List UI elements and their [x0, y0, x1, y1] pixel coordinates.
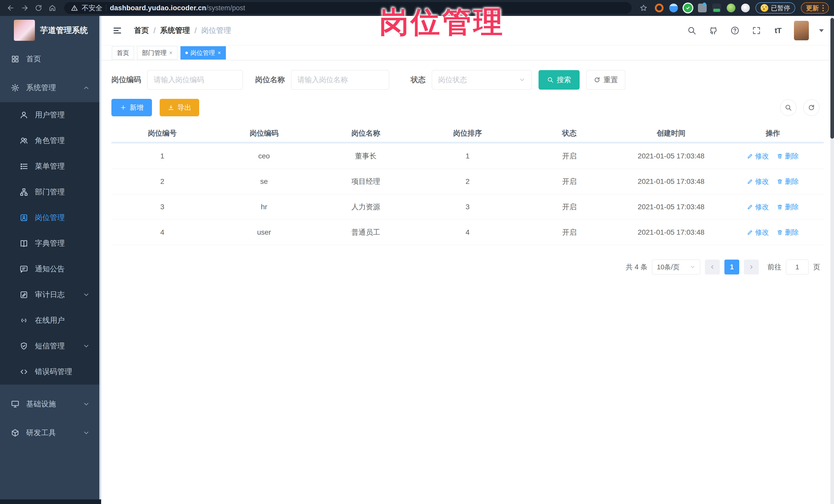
- github-link[interactable]: [708, 25, 719, 36]
- browser-home-button[interactable]: [47, 2, 58, 14]
- delete-link[interactable]: 删除: [777, 152, 799, 161]
- delete-link[interactable]: 删除: [777, 177, 799, 186]
- search-icon: [547, 76, 554, 83]
- breadcrumb-system[interactable]: 系统管理: [160, 25, 190, 36]
- sidebar-item-home[interactable]: 首页: [0, 45, 101, 73]
- sidebar-item-notices[interactable]: 通知公告: [0, 256, 101, 282]
- tab-close-icon[interactable]: ×: [218, 50, 221, 56]
- sidebar-item-audit-logs[interactable]: 审计日志: [0, 282, 101, 308]
- address-bar[interactable]: 不安全 dashboard.yudao.iocoder.cn/system/po…: [64, 2, 632, 14]
- cell-post-name: 普通员工: [315, 227, 417, 237]
- posts-table: 岗位编号 岗位编码 岗位名称 岗位排序 状态 创建时间 操作 1 ceo 董事长…: [111, 125, 824, 245]
- scrollbar-thumb[interactable]: [830, 18, 834, 139]
- sidebar-item-roles[interactable]: 角色管理: [0, 128, 101, 154]
- fullscreen-button[interactable]: [751, 25, 762, 36]
- sidebar-item-departments[interactable]: 部门管理: [0, 179, 101, 205]
- cell-post-name: 董事长: [315, 151, 417, 161]
- github-icon: [709, 26, 718, 35]
- next-page-button[interactable]: [744, 260, 759, 275]
- post-name-input[interactable]: [291, 70, 389, 90]
- edit-link-label: 修改: [755, 228, 769, 237]
- browser-scrollbar[interactable]: [830, 16, 834, 504]
- sidebar-item-infrastructure[interactable]: 基础设施: [0, 390, 101, 418]
- chevron-down-icon: [690, 264, 695, 270]
- font-size-button[interactable]: tT: [772, 25, 784, 36]
- delete-link[interactable]: 删除: [777, 202, 799, 212]
- status-select[interactable]: 岗位状态: [432, 70, 532, 90]
- add-button[interactable]: 新增: [111, 99, 152, 116]
- browser-update-button[interactable]: 更新: [801, 2, 829, 14]
- extension-icon-blue-pin[interactable]: [669, 4, 678, 12]
- app-logo-row[interactable]: 芋道管理系统: [0, 16, 101, 45]
- cell-created-time: 2021-01-05 17:03:48: [620, 152, 722, 160]
- sidebar-item-dictionary[interactable]: 字典管理: [0, 231, 101, 256]
- monitor-icon: [11, 400, 20, 409]
- user-menu-caret-icon[interactable]: [819, 29, 824, 32]
- forward-arrow-icon: [21, 4, 28, 12]
- sidebar-item-sms[interactable]: 短信管理: [0, 333, 101, 359]
- help-button[interactable]: [729, 25, 741, 36]
- trash-icon: [777, 178, 783, 184]
- extension-icon-tag-manager[interactable]: [712, 4, 721, 12]
- add-button-label: 新增: [130, 103, 144, 112]
- sidebar-item-online-users[interactable]: 在线用户: [0, 308, 101, 333]
- browser-back-button[interactable]: [5, 2, 17, 14]
- user-avatar[interactable]: [794, 21, 809, 40]
- sidebar-item-posts[interactable]: 岗位管理: [0, 205, 101, 231]
- post-code-input[interactable]: [147, 70, 243, 90]
- breadcrumb-current: 岗位管理: [201, 25, 231, 36]
- edit-link[interactable]: 修改: [747, 152, 769, 161]
- browser-reload-button[interactable]: [33, 2, 44, 14]
- sidebar-item-label: 系统管理: [26, 83, 56, 93]
- bookmark-star-button[interactable]: [638, 2, 649, 14]
- extension-icon-gray-blue[interactable]: [698, 4, 707, 12]
- edit-link[interactable]: 修改: [747, 228, 769, 237]
- sidebar-item-users[interactable]: 用户管理: [0, 102, 101, 128]
- post-name-label: 岗位名称: [255, 75, 285, 85]
- tab-close-icon[interactable]: ×: [169, 50, 173, 56]
- edit-link[interactable]: 修改: [747, 177, 769, 186]
- tab-posts[interactable]: 岗位管理 ×: [180, 46, 226, 60]
- dashboard-icon: [11, 55, 20, 63]
- sidebar-item-dev-tools[interactable]: 研发工具: [0, 418, 101, 447]
- goto-label: 前往: [768, 262, 782, 272]
- edit-link[interactable]: 修改: [747, 202, 769, 212]
- search-button-label: 搜索: [557, 75, 571, 85]
- refresh-table-button[interactable]: [803, 100, 820, 116]
- sidebar-item-error-codes[interactable]: 错误码管理: [0, 359, 101, 385]
- sidebar-item-menus[interactable]: 菜单管理: [0, 154, 101, 179]
- tab-home[interactable]: 首页: [112, 46, 134, 60]
- export-button[interactable]: 导出: [160, 99, 199, 116]
- sidebar-scrollbar[interactable]: [99, 16, 101, 504]
- cell-post-status: 开启: [519, 177, 620, 187]
- goto-page-input[interactable]: [786, 260, 809, 275]
- search-button[interactable]: 搜索: [539, 70, 579, 90]
- header-search-button[interactable]: [686, 25, 698, 36]
- sidebar-toggle-button[interactable]: [111, 25, 123, 37]
- book-icon: [20, 239, 28, 248]
- screenshot-stage: 不安全 dashboard.yudao.iocoder.cn/system/po…: [0, 0, 834, 504]
- extension-icon-green-sprout[interactable]: [727, 4, 736, 12]
- chevron-right-icon: [748, 264, 754, 270]
- cell-post-status: 开启: [519, 227, 620, 237]
- reset-button[interactable]: 重置: [586, 70, 625, 90]
- search-icon: [687, 26, 697, 35]
- pencil-icon: [747, 229, 753, 236]
- filter-form: 岗位编码 岗位名称 状态 岗位状态 搜索 重: [111, 70, 824, 90]
- toggle-search-button[interactable]: [780, 100, 796, 116]
- extension-icon-puzzle[interactable]: [741, 4, 750, 12]
- page-number-button[interactable]: 1: [724, 260, 739, 275]
- extension-icon-orange-ring[interactable]: [655, 4, 663, 12]
- sidebar-item-system[interactable]: 系统管理: [0, 73, 101, 102]
- delete-link[interactable]: 删除: [777, 228, 799, 237]
- browser-forward-button[interactable]: [19, 2, 30, 14]
- pencil-icon: [747, 204, 753, 210]
- breadcrumb-home[interactable]: 首页: [134, 25, 149, 36]
- page-size-select[interactable]: 10条/页: [652, 260, 700, 275]
- tab-departments[interactable]: 部门管理 ×: [137, 46, 177, 60]
- extension-paused-badge[interactable]: 已暂停: [755, 2, 795, 14]
- prev-page-button[interactable]: [705, 260, 720, 275]
- chevron-down-icon: [83, 291, 90, 298]
- extension-icon-green-check[interactable]: [684, 4, 692, 12]
- address-divider: [106, 4, 106, 12]
